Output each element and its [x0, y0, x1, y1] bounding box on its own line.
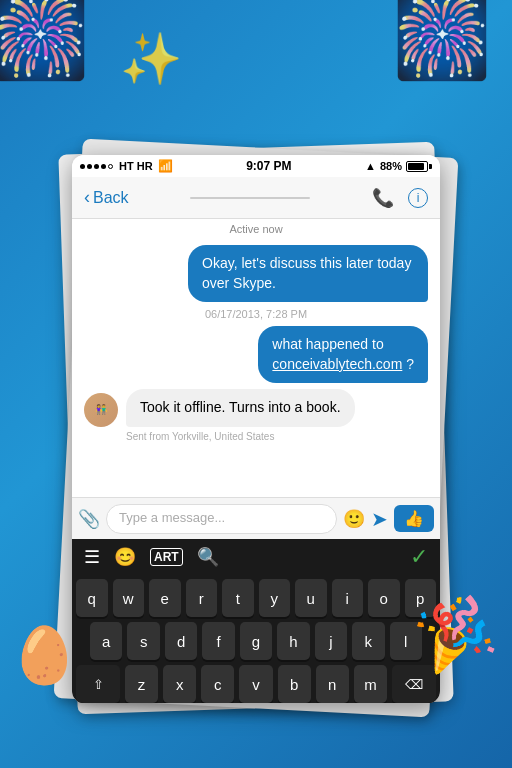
- keyboard-toolbar-left: ☰ 😊 ART 🔍: [84, 546, 219, 568]
- wifi-icon: 📶: [158, 159, 173, 173]
- carrier-label: HT HR: [119, 160, 153, 172]
- key-a[interactable]: a: [90, 622, 122, 660]
- key-d[interactable]: d: [165, 622, 197, 660]
- attach-icon[interactable]: 📎: [78, 508, 100, 530]
- art-icon[interactable]: ART: [150, 548, 183, 566]
- battery-icon: [406, 161, 432, 172]
- check-icon: ✓: [410, 544, 428, 569]
- nav-bar: ‹ Back 📞 i: [72, 177, 440, 219]
- key-j[interactable]: j: [315, 622, 347, 660]
- key-n[interactable]: n: [316, 665, 349, 703]
- menu-icon[interactable]: ☰: [84, 546, 100, 568]
- key-y[interactable]: y: [259, 579, 291, 617]
- back-label: Back: [93, 189, 129, 207]
- bubble-text-1: Okay, let's discuss this later today ove…: [188, 245, 428, 302]
- key-b[interactable]: b: [278, 665, 311, 703]
- message-text-2a: what happened to: [272, 336, 383, 352]
- key-c[interactable]: c: [201, 665, 234, 703]
- sent-from-label: Sent from Yorkville, United States: [126, 431, 428, 442]
- dot-1: [80, 164, 85, 169]
- dot-3: [94, 164, 99, 169]
- emoji-button[interactable]: 🙂: [343, 508, 365, 530]
- bubble-text-2: what happened to conceivablytech.com ?: [258, 326, 428, 383]
- status-right: ▲ 88%: [365, 160, 432, 172]
- key-g[interactable]: g: [240, 622, 272, 660]
- message-received-1: 👫 Took it offline. Turns into a book.: [84, 389, 428, 427]
- key-i[interactable]: i: [332, 579, 364, 617]
- balloon: 🥚: [10, 623, 79, 688]
- phone-icon[interactable]: 📞: [372, 187, 394, 209]
- back-button[interactable]: ‹ Back: [84, 187, 129, 208]
- key-z[interactable]: z: [125, 665, 158, 703]
- key-h[interactable]: h: [277, 622, 309, 660]
- battery-tip: [429, 164, 432, 169]
- keyboard-toolbar: ☰ 😊 ART 🔍 ✓: [72, 539, 440, 575]
- message-timestamp: 06/17/2013, 7:28 PM: [84, 308, 428, 320]
- message-link: conceivablytech.com: [272, 356, 402, 372]
- key-row-2: a s d f g h j k l: [76, 622, 436, 660]
- nav-center: [190, 197, 310, 199]
- message-sent-1: Okay, let's discuss this later today ove…: [84, 245, 428, 302]
- avatar-image: 👫: [84, 393, 118, 427]
- battery-fill: [408, 163, 424, 170]
- key-v[interactable]: v: [239, 665, 272, 703]
- keyboard-check[interactable]: ✓: [410, 544, 428, 570]
- key-q[interactable]: q: [76, 579, 108, 617]
- keyboard: q w e r t y u i o p a s d f g h j k l ⇧ …: [72, 575, 440, 703]
- dot-5: [108, 164, 113, 169]
- search-icon[interactable]: 🔍: [197, 546, 219, 568]
- key-f[interactable]: f: [202, 622, 234, 660]
- dot-4: [101, 164, 106, 169]
- key-s[interactable]: s: [127, 622, 159, 660]
- messages-area: Okay, let's discuss this later today ove…: [72, 237, 440, 497]
- key-row-3: ⇧ z x c v b n m ⌫: [76, 665, 436, 703]
- contact-avatar: 👫: [84, 393, 118, 427]
- battery-pct: 88%: [380, 160, 402, 172]
- avatar-emoji: 👫: [95, 404, 107, 415]
- key-row-1: q w e r t y u i o p: [76, 579, 436, 617]
- like-button[interactable]: 👍: [394, 505, 434, 532]
- input-bar: 📎 Type a message... 🙂 ➤ 👍: [72, 497, 440, 539]
- status-bar: HT HR 📶 9:07 PM ▲ 88%: [72, 155, 440, 177]
- phone-frame: HT HR 📶 9:07 PM ▲ 88% ‹ Back 📞 i Act: [72, 155, 440, 703]
- signal-dots: [80, 164, 113, 169]
- keyboard-emoji-icon[interactable]: 😊: [114, 546, 136, 568]
- time-display: 9:07 PM: [246, 159, 291, 173]
- back-chevron: ‹: [84, 187, 90, 208]
- received-bubble-text: Took it offline. Turns into a book.: [126, 389, 355, 427]
- input-placeholder: Type a message...: [119, 510, 225, 525]
- message-suffix: ?: [406, 356, 414, 372]
- key-o[interactable]: o: [368, 579, 400, 617]
- key-t[interactable]: t: [222, 579, 254, 617]
- key-x[interactable]: x: [163, 665, 196, 703]
- nav-actions: 📞 i: [372, 187, 428, 209]
- key-r[interactable]: r: [186, 579, 218, 617]
- key-m[interactable]: m: [354, 665, 387, 703]
- message-input[interactable]: Type a message...: [106, 504, 337, 534]
- active-now: Active now: [72, 219, 440, 237]
- shift-key[interactable]: ⇧: [76, 665, 120, 703]
- key-e[interactable]: e: [149, 579, 181, 617]
- battery-body: [406, 161, 428, 172]
- active-label: Active now: [229, 223, 282, 235]
- message-sent-2: what happened to conceivablytech.com ?: [84, 326, 428, 383]
- send-button[interactable]: ➤: [371, 507, 388, 531]
- location-arrow: ▲: [365, 160, 376, 172]
- dot-2: [87, 164, 92, 169]
- key-u[interactable]: u: [295, 579, 327, 617]
- status-left: HT HR 📶: [80, 159, 173, 173]
- info-icon[interactable]: i: [408, 188, 428, 208]
- key-w[interactable]: w: [113, 579, 145, 617]
- like-icon: 👍: [404, 510, 424, 527]
- key-k[interactable]: k: [352, 622, 384, 660]
